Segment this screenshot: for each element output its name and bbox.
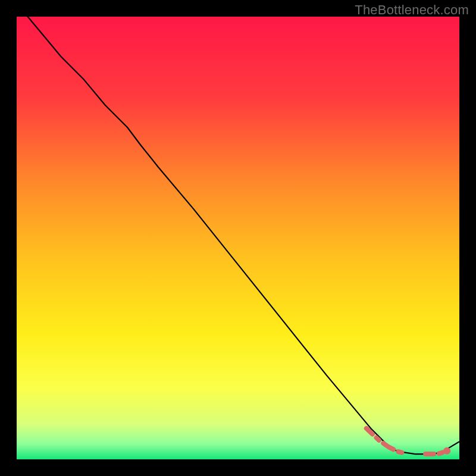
- end-dot: [443, 447, 450, 455]
- watermark-text: TheBottleneck.com: [355, 2, 469, 18]
- marker-layer: [443, 447, 450, 455]
- gradient-background: [17, 17, 459, 459]
- chart-stage: TheBottleneck.com: [0, 0, 476, 476]
- plot-area: [17, 17, 459, 459]
- chart-svg: [17, 17, 459, 459]
